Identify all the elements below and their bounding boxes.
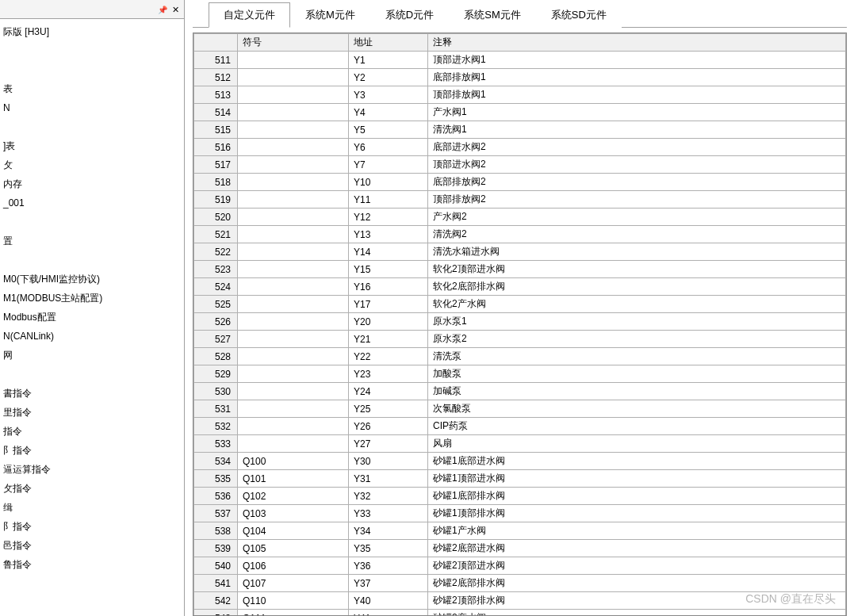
cell-symbol[interactable] [238, 86, 349, 104]
cell-symbol[interactable] [238, 331, 349, 348]
cell-comment[interactable]: 风扇 [428, 435, 846, 453]
cell-symbol[interactable]: Q101 [238, 470, 349, 488]
table-row[interactable]: 511Y1顶部进水阀1 [194, 52, 846, 69]
cell-rownum[interactable]: 517 [194, 156, 238, 174]
cell-symbol[interactable] [238, 226, 349, 243]
cell-rownum[interactable]: 536 [194, 488, 238, 505]
cell-comment[interactable]: 清洗水箱进水阀 [428, 243, 846, 261]
table-row[interactable]: 517Y7顶部进水阀2 [194, 156, 846, 174]
table-row[interactable]: 533Y27风扇 [194, 435, 846, 453]
cell-comment[interactable]: 加酸泵 [428, 365, 846, 383]
table-row[interactable]: 542Q110Y40砂罐2顶部排水阀 [194, 592, 846, 610]
cell-address[interactable]: Y37 [349, 575, 428, 592]
cell-symbol[interactable] [238, 278, 349, 296]
tree-item[interactable]: 阝指令 [0, 517, 184, 536]
table-row[interactable]: 520Y12产水阀2 [194, 209, 846, 226]
cell-symbol[interactable] [238, 383, 349, 400]
cell-comment[interactable]: 砂罐1底部进水阀 [428, 453, 846, 470]
cell-symbol[interactable] [238, 209, 349, 226]
tree-item[interactable]: 缉 [0, 498, 184, 517]
table-row[interactable]: 534Q100Y30砂罐1底部进水阀 [194, 453, 846, 470]
tree-item[interactable]: 内存 [0, 174, 184, 193]
cell-address[interactable]: Y6 [349, 139, 428, 156]
table-row[interactable]: 519Y11顶部排放阀2 [194, 191, 846, 209]
cell-address[interactable]: Y33 [349, 505, 428, 522]
cell-address[interactable]: Y20 [349, 313, 428, 331]
cell-rownum[interactable]: 529 [194, 365, 238, 383]
tree-item[interactable]: ]表 [0, 136, 184, 155]
table-row[interactable]: 523Y15软化2顶部进水阀 [194, 261, 846, 278]
cell-rownum[interactable]: 531 [194, 400, 238, 418]
cell-rownum[interactable]: 520 [194, 209, 238, 226]
table-row[interactable]: 524Y16软化2底部排水阀 [194, 278, 846, 296]
cell-rownum[interactable]: 514 [194, 104, 238, 121]
cell-symbol[interactable]: Q110 [238, 592, 349, 610]
cell-rownum[interactable]: 524 [194, 278, 238, 296]
cell-comment[interactable]: 软化2顶部进水阀 [428, 261, 846, 278]
cell-address[interactable]: Y16 [349, 278, 428, 296]
cell-comment[interactable]: 清洗泵 [428, 348, 846, 365]
cell-symbol[interactable]: Q111 [238, 610, 349, 617]
tab-3[interactable]: 系统SM元件 [449, 2, 536, 28]
tree-item[interactable]: 指令 [0, 422, 184, 441]
cell-rownum[interactable]: 527 [194, 331, 238, 348]
cell-symbol[interactable]: Q100 [238, 453, 349, 470]
cell-comment[interactable]: 底部排放阀2 [428, 174, 846, 191]
tree-item[interactable] [0, 365, 184, 384]
cell-address[interactable]: Y25 [349, 400, 428, 418]
table-row[interactable]: 526Y20原水泵1 [194, 313, 846, 331]
cell-symbol[interactable] [238, 400, 349, 418]
cell-address[interactable]: Y24 [349, 383, 428, 400]
table-row[interactable]: 532Y26CIP药泵 [194, 418, 846, 435]
tree-item[interactable]: N(CANLink) [0, 327, 184, 346]
cell-rownum[interactable]: 543 [194, 610, 238, 617]
cell-comment[interactable]: 顶部排放阀2 [428, 191, 846, 209]
tree-item[interactable]: 鲁指令 [0, 555, 184, 574]
cell-comment[interactable]: 砂罐1顶部进水阀 [428, 470, 846, 488]
tree-item[interactable]: M0(下载/HMI监控协议) [0, 270, 184, 289]
cell-symbol[interactable] [238, 243, 349, 261]
cell-address[interactable]: Y35 [349, 540, 428, 557]
tree-item[interactable]: 际版 [H3U] [0, 22, 184, 41]
cell-address[interactable]: Y27 [349, 435, 428, 453]
cell-rownum[interactable]: 541 [194, 575, 238, 592]
cell-symbol[interactable]: Q104 [238, 522, 349, 540]
tree-item[interactable]: 攵指令 [0, 479, 184, 498]
tree-item[interactable]: 置 [0, 231, 184, 251]
table-row[interactable]: 530Y24加碱泵 [194, 383, 846, 400]
cell-rownum[interactable]: 522 [194, 243, 238, 261]
table-row[interactable]: 543Q111Y41砂罐2产水阀 [194, 610, 846, 617]
cell-address[interactable]: Y12 [349, 209, 428, 226]
cell-address[interactable]: Y40 [349, 592, 428, 610]
tree-item[interactable]: 書指令 [0, 384, 184, 403]
cell-rownum[interactable]: 526 [194, 313, 238, 331]
cell-rownum[interactable]: 519 [194, 191, 238, 209]
tree-item[interactable]: 攵 [0, 155, 184, 174]
cell-comment[interactable]: 砂罐2底部排水阀 [428, 575, 846, 592]
cell-rownum[interactable]: 515 [194, 121, 238, 139]
cell-comment[interactable]: 砂罐2产水阀 [428, 610, 846, 617]
header-address[interactable]: 地址 [349, 34, 428, 52]
cell-address[interactable]: Y10 [349, 174, 428, 191]
pin-icon[interactable] [158, 4, 167, 15]
header-rownum[interactable] [194, 34, 238, 52]
cell-comment[interactable]: CIP药泵 [428, 418, 846, 435]
table-row[interactable]: 522Y14清洗水箱进水阀 [194, 243, 846, 261]
tree-item[interactable]: N [0, 98, 184, 117]
cell-symbol[interactable]: Q106 [238, 557, 349, 575]
cell-address[interactable]: Y11 [349, 191, 428, 209]
tree-view[interactable]: 际版 [H3U] 表N ]表攵内存_001 置 M0(下载/HMI监控协议)M1… [0, 19, 184, 616]
cell-symbol[interactable] [238, 139, 349, 156]
tab-2[interactable]: 系统D元件 [370, 2, 449, 28]
cell-rownum[interactable]: 511 [194, 52, 238, 69]
cell-address[interactable]: Y31 [349, 470, 428, 488]
cell-rownum[interactable]: 521 [194, 226, 238, 243]
cell-rownum[interactable]: 518 [194, 174, 238, 191]
cell-address[interactable]: Y2 [349, 69, 428, 86]
cell-rownum[interactable]: 542 [194, 592, 238, 610]
cell-rownum[interactable]: 539 [194, 540, 238, 557]
cell-comment[interactable]: 产水阀2 [428, 209, 846, 226]
cell-comment[interactable]: 清洗阀1 [428, 121, 846, 139]
cell-comment[interactable]: 原水泵2 [428, 331, 846, 348]
cell-comment[interactable]: 底部进水阀2 [428, 139, 846, 156]
